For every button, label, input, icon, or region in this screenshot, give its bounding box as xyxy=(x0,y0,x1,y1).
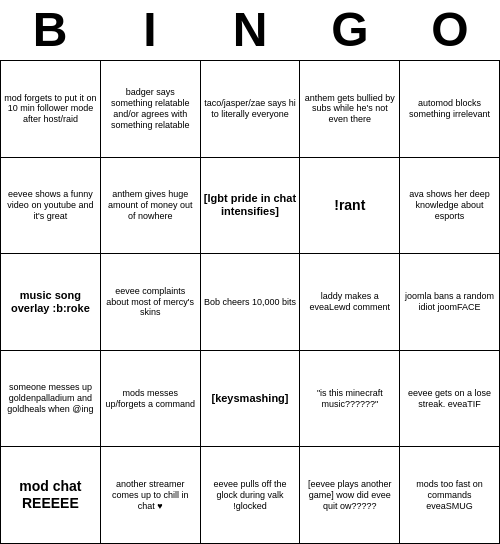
header-letter-g: G xyxy=(310,6,390,54)
bingo-cell-23[interactable]: [eevee plays another game] wow did evee … xyxy=(300,447,400,544)
bingo-cell-14[interactable]: joomla bans a random idiot joomFACE xyxy=(400,254,500,351)
bingo-cell-16[interactable]: mods messes up/forgets a command xyxy=(101,351,201,448)
bingo-header: BINGO xyxy=(0,0,500,60)
bingo-cell-2[interactable]: taco/jasper/zae says hi to literally eve… xyxy=(201,61,301,158)
bingo-cell-10[interactable]: music song overlay :b:roke xyxy=(1,254,101,351)
bingo-card: BINGO mod forgets to put it on 10 min fo… xyxy=(0,0,500,544)
bingo-cell-20[interactable]: mod chat REEEEE xyxy=(1,447,101,544)
bingo-cell-15[interactable]: someone messes up goldenpalladium and go… xyxy=(1,351,101,448)
bingo-cell-18[interactable]: "is this minecraft music??????" xyxy=(300,351,400,448)
bingo-cell-3[interactable]: anthem gets bullied by subs while he's n… xyxy=(300,61,400,158)
header-letter-i: I xyxy=(110,6,190,54)
bingo-cell-19[interactable]: eevee gets on a lose streak. eveaTIF xyxy=(400,351,500,448)
bingo-cell-13[interactable]: laddy makes a eveaLewd comment xyxy=(300,254,400,351)
bingo-cell-11[interactable]: eevee complaints about most of mercy's s… xyxy=(101,254,201,351)
header-letter-b: B xyxy=(10,6,90,54)
bingo-cell-6[interactable]: anthem gives huge amount of money out of… xyxy=(101,158,201,255)
bingo-cell-9[interactable]: ava shows her deep knowledge about espor… xyxy=(400,158,500,255)
bingo-cell-0[interactable]: mod forgets to put it on 10 min follower… xyxy=(1,61,101,158)
bingo-cell-7[interactable]: [lgbt pride in chat intensifies] xyxy=(201,158,301,255)
bingo-grid: mod forgets to put it on 10 min follower… xyxy=(0,60,500,544)
header-letter-n: N xyxy=(210,6,290,54)
bingo-cell-12[interactable]: Bob cheers 10,000 bits xyxy=(201,254,301,351)
bingo-cell-5[interactable]: eevee shows a funny video on youtube and… xyxy=(1,158,101,255)
bingo-cell-1[interactable]: badger says something relatable and/or a… xyxy=(101,61,201,158)
bingo-cell-8[interactable]: !rant xyxy=(300,158,400,255)
bingo-cell-21[interactable]: another streamer comes up to chill in ch… xyxy=(101,447,201,544)
bingo-cell-24[interactable]: mods too fast on commands eveaSMUG xyxy=(400,447,500,544)
header-letter-o: O xyxy=(410,6,490,54)
bingo-cell-22[interactable]: eevee pulls off the glock during valk !g… xyxy=(201,447,301,544)
bingo-cell-4[interactable]: automod blocks something irrelevant xyxy=(400,61,500,158)
bingo-cell-17[interactable]: [keysmashing] xyxy=(201,351,301,448)
